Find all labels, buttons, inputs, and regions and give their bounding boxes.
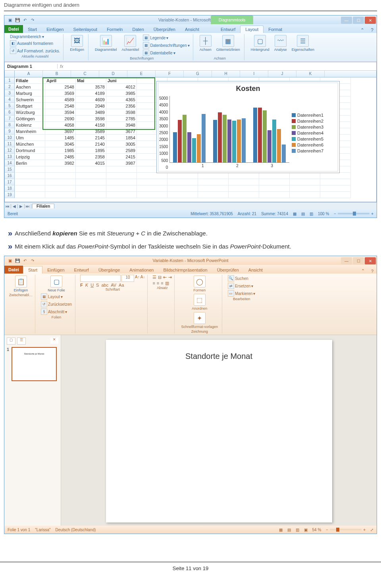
cell[interactable] [259,173,290,179]
cell[interactable]: 2785 [106,116,137,122]
close-button[interactable]: ✕ [365,257,376,264]
cell[interactable] [15,185,45,192]
analysis-button[interactable]: 〰Analyse [273,34,289,52]
cell[interactable]: 2048 [76,103,106,109]
zoom-level[interactable]: 100 % [318,212,329,216]
cell[interactable] [229,179,259,185]
tab-datei[interactable]: Datei [4,25,23,33]
cell[interactable]: 2589 [106,147,137,154]
columns-button[interactable]: ▥ [165,281,169,286]
cell[interactable] [198,192,229,198]
cell[interactable] [290,185,320,192]
tab-start[interactable]: Start [23,266,42,274]
cell[interactable] [15,166,45,173]
case-button[interactable]: Aa [119,283,124,287]
paste-button[interactable]: 📋Einfügen [12,275,30,293]
cell[interactable]: 3677 [106,128,137,135]
cell[interactable] [76,173,106,179]
close-button[interactable]: ✕ [365,17,376,24]
cell[interactable] [76,166,106,173]
cell[interactable]: 2485 [45,154,76,160]
axis-title-button[interactable]: 📈Achsentitel [120,34,140,52]
cell[interactable]: 1854 [106,135,137,141]
chart-title-button[interactable]: 📊Diagrammtitel [93,34,119,52]
char-spacing-button[interactable]: AV [111,283,116,287]
cell[interactable] [290,173,320,179]
cell[interactable]: Stuttgart [15,103,45,109]
cell[interactable] [259,179,290,185]
cell[interactable]: Mannheim [15,128,45,135]
cell[interactable]: 2690 [45,116,76,122]
help-icon[interactable]: ? [368,269,377,274]
layout-button[interactable]: ▦Layout ▾ [40,293,73,300]
tab-uebergaenge[interactable]: Übergänge [94,266,125,274]
tab-format[interactable]: Format [264,26,287,33]
data-table-button[interactable]: ▦Datentabelle ▾ [142,49,190,56]
cell[interactable]: Mai [76,77,106,84]
cell[interactable]: 4158 [76,122,106,128]
cell[interactable] [137,185,167,192]
cell[interactable] [290,192,320,198]
align-left-button[interactable]: ≡ [152,281,155,286]
col-header[interactable]: B [43,71,71,77]
cell[interactable] [106,179,137,185]
cell[interactable]: Ulm [15,135,45,141]
underline-button[interactable]: U [90,283,94,287]
cell[interactable]: Leipzig [15,154,45,160]
fit-slide-icon[interactable]: ⤢ [370,528,373,532]
data-labels-button[interactable]: ▦Datenbeschriftungen ▾ [142,42,190,49]
cell[interactable] [76,192,106,198]
excel-sheet[interactable]: ABCDEFGHIJK 1FilialeAprilMaiJuni2Aachen2… [4,71,377,202]
grow-font-icon[interactable]: A↑ [135,275,140,282]
col-header[interactable]: A [15,71,43,77]
undo-icon[interactable]: ↶ [22,17,28,23]
col-header[interactable]: I [240,71,268,77]
align-right-button[interactable]: ≡ [161,281,163,286]
cell[interactable] [15,179,45,185]
shapes-button[interactable]: ◯Formen [179,275,219,293]
cell[interactable]: Dortmund [15,147,45,154]
minimize-button[interactable]: — [341,17,352,24]
cell[interactable] [45,166,76,173]
replace-button[interactable]: ⇄Ersetzen ▾ [227,282,256,289]
row-header[interactable]: 19 [5,192,15,198]
slide-area[interactable]: Standorte je Monat [61,335,377,526]
row-header[interactable]: 3 [5,90,15,96]
bullets-button[interactable]: ☰ [152,275,156,280]
cell[interactable] [320,179,351,185]
cell[interactable]: 3589 [76,128,106,135]
tab-nav-prev[interactable]: ◀ [11,204,18,208]
maximize-button[interactable]: ☐ [353,257,364,264]
row-header[interactable]: 7 [5,116,15,122]
col-header[interactable]: J [268,71,296,77]
row-header[interactable]: 8 [5,122,15,128]
cell[interactable] [259,192,290,198]
tab-layout[interactable]: Layout [240,25,264,33]
select-all-corner[interactable] [5,71,15,77]
cell[interactable]: 1895 [76,147,106,154]
font-name-dropdown[interactable] [80,275,121,282]
cell[interactable]: 4015 [76,160,106,166]
font-size-dropdown[interactable]: 10 [121,275,134,282]
col-header[interactable]: E [127,71,156,77]
outline-tab-icon[interactable]: ☰ [17,337,26,345]
cell[interactable]: 2548 [45,103,76,109]
zoom-slider[interactable]: −+ [334,212,373,216]
cell[interactable] [45,185,76,192]
cell[interactable] [137,192,167,198]
cell[interactable] [15,192,45,198]
slide[interactable]: Standorte je Monat [106,340,332,522]
cell[interactable]: 3982 [45,160,76,166]
indent-dec-button[interactable]: ⇤ [163,275,167,280]
new-slide-button[interactable]: ▢Neue Folie [40,275,73,293]
sheet-tab-filialen[interactable]: Filialen [32,204,54,208]
cell[interactable]: Würzburg [15,109,45,116]
tab-ueberpruefen[interactable]: Überprüfen [212,266,244,274]
view-slideshow-icon[interactable]: ▣ [304,528,308,532]
zoom-slider[interactable]: −+ [326,528,366,532]
cell[interactable]: 2145 [76,135,106,141]
zoom-level[interactable]: 54 % [312,528,321,532]
name-box[interactable]: Diagramm 1 [5,64,58,69]
select-button[interactable]: ▭Markieren ▾ [227,290,256,297]
row-header[interactable]: 17 [5,179,15,185]
